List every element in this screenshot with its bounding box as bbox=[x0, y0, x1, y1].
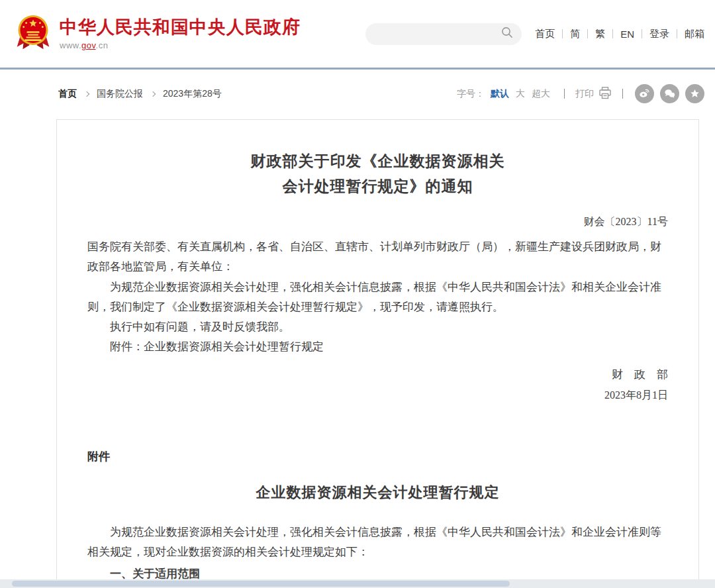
attachment-intro: 为规范企业数据资源相关会计处理，强化相关会计信息披露，根据《中华人民共和国会计法… bbox=[87, 522, 668, 563]
breadcrumb: 首页 国务院公报 2023年第28号 bbox=[58, 88, 222, 100]
weibo-icon[interactable] bbox=[635, 84, 654, 103]
share-icons bbox=[635, 84, 704, 103]
issuer: 财 政 部 bbox=[87, 364, 668, 385]
national-emblem-icon bbox=[16, 14, 50, 54]
notice-body: 国务院有关部委、有关直属机构，各省、自治区、直辖市、计划单列市财政厅（局），新疆… bbox=[87, 237, 668, 358]
nav-login[interactable]: 登录 bbox=[649, 28, 669, 40]
notice-salutation: 国务院有关部委、有关直属机构，各省、自治区、直辖市、计划单列市财政厅（局），新疆… bbox=[87, 237, 668, 277]
font-size-large[interactable]: 大 bbox=[516, 88, 525, 100]
issue-date: 2023年8月1日 bbox=[87, 385, 668, 405]
site-logo[interactable]: 中华人民共和国中央人民政府 www.gov.cn bbox=[16, 14, 365, 54]
font-size-label: 字号： bbox=[457, 88, 485, 100]
page-tools: 字号： 默认 大 超大 打印 bbox=[457, 84, 704, 103]
attachment-body: 为规范企业数据资源相关会计处理，强化相关会计信息披露，根据《中华人民共和国会计法… bbox=[87, 522, 668, 588]
attachment-title: 企业数据资源相关会计处理暂行规定 bbox=[87, 483, 668, 503]
scrollbar-thumb[interactable] bbox=[12, 581, 510, 587]
notice-paragraph: 为规范企业数据资源相关会计处理，强化相关会计信息披露，根据《中华人民共和国会计法… bbox=[87, 277, 668, 318]
search-box[interactable] bbox=[365, 23, 522, 45]
star-favorite-icon[interactable] bbox=[685, 84, 704, 103]
wechat-icon[interactable] bbox=[660, 84, 679, 103]
document-title: 财政部关于印发《企业数据资源相关 会计处理暂行规定》的通知 bbox=[87, 149, 668, 199]
breadcrumb-current: 2023年第28号 bbox=[163, 88, 222, 100]
notice-attachment-line: 附件：企业数据资源相关会计处理暂行规定 bbox=[87, 337, 668, 357]
toolbar-row: 首页 国务院公报 2023年第28号 字号： 默认 大 超大 打印 bbox=[0, 70, 715, 115]
font-size-xlarge[interactable]: 超大 bbox=[532, 88, 550, 100]
nav-home[interactable]: 首页 bbox=[535, 28, 555, 40]
attachment-label: 附件 bbox=[87, 449, 668, 464]
top-nav: 首页简繁EN登录邮箱 bbox=[535, 28, 704, 40]
site-header: 中华人民共和国中央人民政府 www.gov.cn 首页简繁EN登录邮箱 bbox=[0, 0, 715, 68]
chevron-right-icon bbox=[150, 91, 156, 96]
nav-traditional[interactable]: 繁 bbox=[595, 28, 605, 40]
site-title[interactable]: 中华人民共和国中央人民政府 bbox=[60, 17, 301, 38]
chevron-right-icon bbox=[84, 91, 89, 96]
signature-block: 财 政 部 2023年8月1日 bbox=[87, 364, 668, 406]
document-panel: 财政部关于印发《企业数据资源相关 会计处理暂行规定》的通知 财会〔2023〕11… bbox=[56, 119, 699, 588]
nav-simplified[interactable]: 简 bbox=[570, 28, 580, 40]
document-number: 财会〔2023〕11号 bbox=[87, 215, 668, 229]
search-icon[interactable] bbox=[501, 26, 514, 42]
page: 中华人民共和国中央人民政府 www.gov.cn 首页简繁EN登录邮箱 bbox=[0, 0, 715, 588]
breadcrumb-gazette[interactable]: 国务院公报 bbox=[97, 88, 143, 100]
notice-paragraph: 执行中如有问题，请及时反馈我部。 bbox=[87, 317, 668, 337]
nav-english[interactable]: EN bbox=[620, 28, 634, 40]
site-url[interactable]: www.gov.cn bbox=[60, 40, 301, 50]
print-button[interactable]: 打印 bbox=[575, 87, 612, 101]
search-input[interactable] bbox=[376, 28, 501, 39]
nav-mail[interactable]: 邮箱 bbox=[685, 28, 704, 40]
font-size-default[interactable]: 默认 bbox=[491, 88, 509, 100]
breadcrumb-home[interactable]: 首页 bbox=[58, 88, 77, 100]
printer-icon bbox=[598, 87, 612, 101]
horizontal-scrollbar[interactable] bbox=[0, 579, 715, 588]
